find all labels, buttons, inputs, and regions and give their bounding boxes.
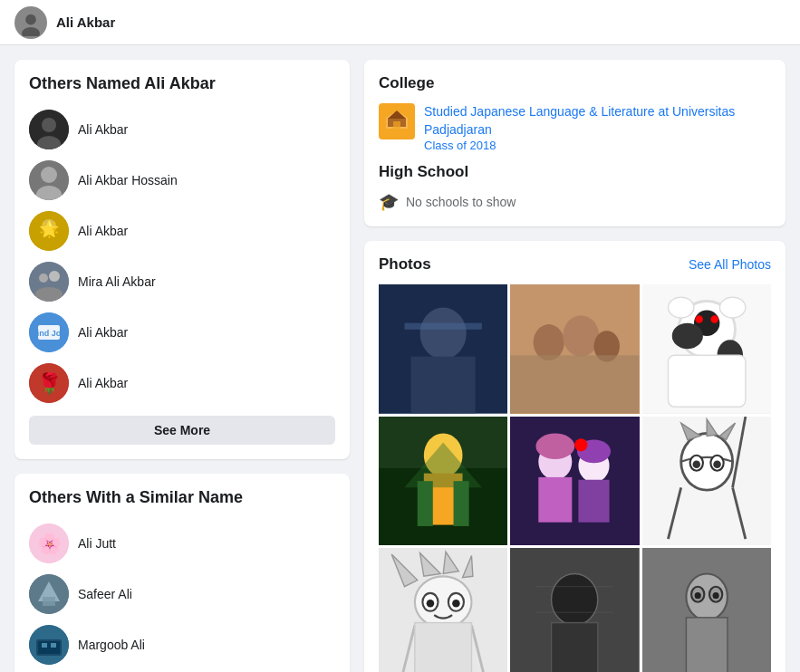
svg-rect-28 bbox=[38, 641, 60, 654]
highschool-section-title: High School bbox=[379, 163, 771, 181]
list-item[interactable]: Safeer Ali bbox=[29, 569, 335, 619]
svg-rect-64 bbox=[539, 476, 573, 522]
svg-rect-38 bbox=[411, 357, 476, 414]
main-content: Others Named Ali Akbar Ali Akbar bbox=[0, 45, 800, 672]
list-item[interactable]: Ali Akbar bbox=[29, 104, 335, 155]
avatar: 🌟 bbox=[29, 211, 69, 251]
photos-grid bbox=[379, 284, 771, 672]
photo-item[interactable] bbox=[379, 417, 507, 545]
svg-text:Find Job: Find Job bbox=[32, 329, 66, 338]
avatar bbox=[29, 625, 69, 665]
photo-item[interactable] bbox=[510, 417, 639, 545]
person-name: Ali Akbar Hossain bbox=[78, 173, 178, 187]
photo-item[interactable] bbox=[642, 417, 771, 545]
svg-point-51 bbox=[719, 297, 745, 318]
person-name: Margoob Ali bbox=[78, 638, 145, 652]
svg-rect-60 bbox=[418, 481, 433, 526]
similar-name-card: Others With a Similar Name 🌸 Ali Jutt bbox=[14, 474, 350, 672]
photo-item[interactable] bbox=[510, 548, 639, 672]
avatar: 🌹 bbox=[29, 363, 69, 403]
svg-point-50 bbox=[668, 297, 693, 318]
svg-text:🌸: 🌸 bbox=[37, 532, 63, 556]
list-item[interactable]: Ali Akbar Hossain bbox=[29, 155, 335, 206]
svg-point-77 bbox=[692, 460, 700, 468]
svg-rect-30 bbox=[51, 643, 56, 648]
svg-point-52 bbox=[671, 323, 702, 349]
person-name: Ali Jutt bbox=[78, 536, 116, 551]
svg-rect-61 bbox=[454, 481, 469, 526]
svg-point-4 bbox=[42, 118, 56, 132]
avatar: 🌸 bbox=[29, 523, 69, 563]
photo-item[interactable] bbox=[642, 548, 771, 672]
svg-point-42 bbox=[564, 315, 600, 357]
others-named-card: Others Named Ali Akbar Ali Akbar bbox=[14, 60, 350, 459]
avatar bbox=[29, 110, 69, 149]
photos-title: Photos bbox=[379, 255, 431, 274]
college-section-title: College bbox=[379, 74, 771, 92]
list-item[interactable]: Mira Ali Akbar bbox=[29, 256, 335, 307]
svg-point-105 bbox=[694, 592, 700, 599]
avatar bbox=[14, 6, 47, 39]
list-item[interactable]: 🌟 Ali Akbar bbox=[29, 206, 335, 256]
right-panel: College Studied Japanese Language & Lite… bbox=[364, 60, 786, 672]
photos-card: Photos See All Photos bbox=[364, 241, 786, 672]
college-item: Studied Japanese Language & Literature a… bbox=[379, 103, 771, 152]
person-name: Safeer Ali bbox=[78, 587, 132, 601]
see-more-button[interactable]: See More bbox=[29, 416, 335, 445]
svg-point-15 bbox=[35, 287, 63, 302]
list-item[interactable]: Find Job Ali Akbar bbox=[29, 307, 335, 358]
svg-point-48 bbox=[695, 315, 703, 323]
svg-point-65 bbox=[536, 433, 575, 458]
graduation-cap-icon: 🎓 bbox=[379, 192, 399, 212]
list-item[interactable]: 🌹 Ali Akbar bbox=[29, 358, 335, 408]
svg-text:🌟: 🌟 bbox=[39, 219, 60, 239]
avatar bbox=[29, 574, 69, 614]
college-icon bbox=[379, 103, 415, 139]
profile-name: Ali Akbar bbox=[56, 14, 115, 30]
svg-point-7 bbox=[41, 167, 57, 183]
svg-point-91 bbox=[452, 600, 460, 608]
see-all-photos-link[interactable]: See All Photos bbox=[689, 257, 771, 272]
avatar: Find Job bbox=[29, 312, 69, 352]
photo-item[interactable] bbox=[379, 548, 507, 672]
no-school-text: No schools to show bbox=[406, 195, 516, 209]
list-item[interactable]: 🌸 Ali Jutt bbox=[29, 518, 335, 569]
avatar bbox=[29, 160, 69, 200]
similar-name-list: 🌸 Ali Jutt Safeer Ali bbox=[29, 518, 335, 670]
photo-item[interactable] bbox=[642, 284, 771, 413]
svg-point-14 bbox=[49, 271, 60, 282]
college-details: Studied Japanese Language & Literature a… bbox=[424, 103, 771, 152]
svg-point-106 bbox=[712, 592, 718, 599]
person-name: Ali Akbar bbox=[78, 376, 128, 390]
others-named-list: Ali Akbar Ali Akbar Hossain bbox=[29, 104, 335, 408]
svg-point-90 bbox=[427, 600, 435, 608]
svg-point-13 bbox=[39, 274, 48, 283]
college-year: Class of 2018 bbox=[424, 139, 771, 152]
svg-rect-39 bbox=[404, 323, 481, 330]
svg-point-69 bbox=[574, 438, 587, 451]
svg-rect-29 bbox=[42, 643, 47, 648]
photo-item[interactable] bbox=[379, 284, 507, 413]
svg-rect-35 bbox=[393, 121, 400, 129]
photo-item[interactable] bbox=[510, 284, 639, 413]
no-school-item: 🎓 No schools to show bbox=[379, 192, 771, 212]
svg-text:🌹: 🌹 bbox=[37, 371, 63, 396]
svg-rect-54 bbox=[668, 355, 745, 407]
left-panel: Others Named Ali Akbar Ali Akbar bbox=[14, 60, 350, 672]
college-name: Studied Japanese Language & Literature a… bbox=[424, 103, 771, 139]
svg-point-96 bbox=[552, 573, 598, 625]
list-item[interactable]: Margoob Ali bbox=[29, 619, 335, 670]
svg-point-71 bbox=[680, 433, 732, 490]
svg-rect-97 bbox=[552, 622, 598, 672]
photos-header: Photos See All Photos bbox=[379, 255, 771, 274]
svg-point-78 bbox=[713, 460, 721, 468]
avatar bbox=[29, 262, 69, 302]
others-named-title: Others Named Ali Akbar bbox=[29, 74, 335, 93]
svg-point-37 bbox=[420, 308, 467, 360]
top-bar: Ali Akbar bbox=[0, 0, 800, 45]
svg-rect-44 bbox=[510, 355, 639, 413]
svg-rect-67 bbox=[579, 479, 610, 522]
person-name: Ali Akbar bbox=[78, 224, 128, 238]
person-name: Ali Akbar bbox=[78, 122, 128, 137]
svg-rect-25 bbox=[43, 597, 55, 606]
